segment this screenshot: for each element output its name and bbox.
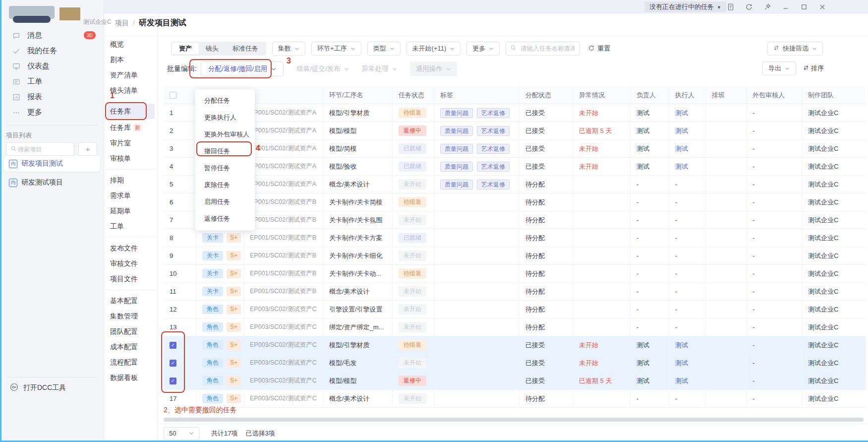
tab-shot[interactable]: 镜头	[199, 43, 226, 55]
table-row[interactable]: 6EP001/SC02/测试资产B关卡制作/关卡简模待组装待分配---测试企业C	[164, 193, 866, 211]
project-nav-item-review-room[interactable]: 审片室	[107, 135, 155, 151]
table-row[interactable]: 13角色S+EP003/SC02/测试资产C绑定/资产绑定_m...未开始待分配…	[164, 318, 866, 336]
project-nav-item-delay-sheet[interactable]: 延期单	[107, 203, 155, 219]
sidebar-item-dashboard[interactable]: 仪表盘	[0, 59, 104, 74]
sidebar-item-my-tasks[interactable]: 我的任务	[0, 43, 104, 59]
project-item-1[interactable]: 内研发项目测试	[4, 156, 100, 172]
project-nav-item-review-sheet[interactable]: 审核单	[107, 151, 155, 166]
project-nav-item-process-config[interactable]: 流程配置	[107, 355, 155, 370]
minimize-icon[interactable]	[782, 3, 790, 11]
tab-asset[interactable]: 资产	[172, 43, 199, 55]
refresh-icon[interactable]	[745, 3, 753, 11]
table-row[interactable]: 11关卡S+EP001/SC02/测试资产B概念/美术设计未开始待分配---测试…	[164, 283, 866, 301]
menu-item-assign-task[interactable]: 分配任务	[195, 92, 255, 109]
task-search-input[interactable]	[520, 45, 576, 53]
pin-icon[interactable]	[763, 3, 771, 11]
executor-link[interactable]: 测试	[675, 109, 688, 118]
project-nav-item-project-files[interactable]: 项目文件	[107, 271, 155, 287]
cell-task-status: 已就绪	[393, 140, 434, 157]
project-nav-item-overview[interactable]: 概览	[107, 37, 155, 52]
project-nav-item-shot-list[interactable]: 镜头清单	[107, 83, 155, 98]
select-all-checkbox[interactable]	[170, 92, 176, 99]
maximize-icon[interactable]	[800, 3, 808, 11]
executor-link[interactable]: 测试	[675, 126, 688, 135]
open-dcc-tool-button[interactable]: 打开DCC工具	[10, 383, 66, 393]
table-row[interactable]: 8关卡S+EP001/SC02/测试资产B关卡制作/关卡方案已就绪待分配---测…	[164, 229, 866, 247]
filter-type[interactable]: 类型	[367, 42, 401, 56]
sidebar-item-reports[interactable]: 报表	[0, 89, 104, 105]
table-row[interactable]: 9关卡S+EP001/SC02/测试资产B关卡制作/关卡细化未开始待分配---测…	[164, 247, 866, 265]
sidebar-item-more[interactable]: 更多	[0, 105, 104, 120]
menu-item-change-executor[interactable]: 更换执行人	[195, 109, 255, 126]
page-size-select[interactable]: 50	[164, 427, 199, 440]
project-nav-item-team-config[interactable]: 团队配置	[107, 324, 155, 339]
project-nav-item-requirement-sheet[interactable]: 需求单	[107, 188, 155, 203]
table-row[interactable]: 17角色S+EP003/SC02/测试资产C概念/美术设计未开始待分配---测试…	[164, 390, 866, 408]
table-row[interactable]: ✓角色S+EP003/SC02/测试资产C模型/毛发未开始已接受未开始测试测试-…	[164, 354, 866, 372]
project-item-2[interactable]: 内研发测试项目	[4, 175, 100, 190]
row-checkbox[interactable]: ✓	[170, 378, 176, 384]
table-row[interactable]: 7EP001/SC02/测试资产B关卡制作/关卡氛围未开始待分配---测试企业C	[164, 211, 866, 229]
quick-filter-button[interactable]: 快捷筛选	[767, 42, 823, 56]
current-task-status[interactable]: 没有正在进行中的任务▼	[644, 1, 726, 12]
executor-link[interactable]: 测试	[675, 359, 688, 368]
filter-status[interactable]: 未开始(+11)	[406, 42, 461, 56]
menu-item-rework-task[interactable]: 返修任务	[195, 210, 255, 227]
menu-item-enable-task[interactable]: 启用任务	[195, 193, 255, 210]
project-nav-item-review-files[interactable]: 审核文件	[107, 256, 155, 271]
project-nav-item-script[interactable]: 剧本	[107, 52, 155, 67]
table-row[interactable]: 10关卡S+EP001/SC02/测试资产B关卡制作/关卡动...待组装待分配-…	[164, 265, 866, 283]
table-row[interactable]: 2EP001/SC02/测试资产A模型/模型返修中质量问题艺术返修已接受已逾期 …	[164, 122, 866, 140]
table-row[interactable]: 12角色S+EP003/SC02/测试资产C引擎设置/引擎设置未开始待分配---…	[164, 301, 866, 318]
close-icon[interactable]	[818, 3, 826, 11]
breadcrumb-root[interactable]: 项目	[115, 19, 129, 28]
batch-assemble-submit-publish-dropdown[interactable]: 组装/提交/发布	[296, 64, 349, 73]
menu-item-abolish-task[interactable]: 废除任务	[195, 177, 255, 193]
project-nav-item-publish-files[interactable]: 发布文件	[107, 241, 155, 256]
tab-standard-task[interactable]: 标准任务	[226, 43, 265, 55]
menu-item-withdraw-task[interactable]: 撤回任务	[195, 143, 255, 160]
project-nav-item-asset-list[interactable]: 资产清单	[107, 67, 155, 83]
project-nav-item-cost-config[interactable]: 成本配置	[107, 339, 155, 355]
table-row[interactable]: ✓角色S+EP003/SC02/测试资产C模型/引擎材质待组装已接受未开始测试测…	[164, 336, 866, 354]
sidebar-item-messages[interactable]: 消息30	[0, 28, 104, 43]
project-search-input[interactable]	[17, 145, 70, 153]
row-checkbox[interactable]: ✓	[170, 342, 176, 349]
batch-exception-handling-dropdown[interactable]: 异常处理	[362, 64, 397, 73]
table-row[interactable]: ✓角色S+EP003/SC02/测试资产C模型/模型返修中已接受已逾期 5 天测…	[164, 372, 866, 390]
executor-link[interactable]: 测试	[675, 377, 688, 385]
horizontal-scrollbar[interactable]	[164, 418, 864, 422]
table-row[interactable]: 5EP001/SC02/测试资产A概念/美术设计未开始质量问题艺术返修待分配--…	[164, 176, 866, 193]
sidebar-item-work-order[interactable]: 工单	[0, 74, 104, 89]
executor-link[interactable]: 测试	[675, 144, 688, 153]
menu-item-pause-task[interactable]: 暂停任务	[195, 160, 255, 177]
project-nav-item-data-board[interactable]: 数据看板	[107, 370, 155, 385]
table-row[interactable]: 1EP001/SC02/测试资产A模型/引擎材质待组装质量问题艺术返修已接受未开…	[164, 104, 866, 122]
export-button[interactable]: 导出	[762, 62, 796, 75]
cell-assign-status: 待分配	[520, 193, 573, 211]
executor-link[interactable]: 测试	[675, 162, 688, 171]
table-row[interactable]: 3EP001/SC02/测试资产A模型/简模已就绪质量问题艺术返修已接受未开始测…	[164, 140, 866, 158]
batch-general-operations-dropdown[interactable]: 通用操作	[410, 62, 457, 76]
project-nav-item-work-order[interactable]: 工单	[107, 219, 155, 234]
task-panel-icon[interactable]	[727, 3, 735, 11]
menu-item-change-outsource-reviewer[interactable]: 更换外包审核人	[195, 126, 255, 143]
project-nav-item-episode-management[interactable]: 集数管理	[107, 309, 155, 324]
project-nav-item-task-library-new[interactable]: 任务库新	[107, 120, 155, 135]
row-checkbox[interactable]: ✓	[170, 360, 176, 367]
project-nav-item-schedule[interactable]: 排期	[107, 173, 155, 188]
messages-icon	[12, 32, 20, 40]
filter-episode[interactable]: 集数	[272, 42, 305, 56]
add-project-button[interactable]: +	[78, 142, 97, 156]
project-nav-item-task-library[interactable]: 任务库	[107, 104, 155, 119]
table-row[interactable]: 4EP001/SC02/测试资产A模型/验收已就绪质量问题艺术返修已接受未开始测…	[164, 158, 866, 176]
project-nav-item-basic-config[interactable]: 基本配置	[107, 293, 155, 309]
filter-stage-process[interactable]: 环节+工序	[311, 42, 361, 56]
filter-more[interactable]: 更多	[466, 42, 500, 56]
reset-button[interactable]: 重置	[588, 44, 610, 53]
sort-button[interactable]: 排序	[803, 64, 824, 73]
cell-shift	[706, 176, 747, 193]
executor-link[interactable]: 测试	[675, 341, 688, 350]
project-nav-label: 概览	[110, 40, 124, 48]
batch-assign-rework-dropdown[interactable]: 分配/返修/撤回/启用	[201, 62, 284, 76]
